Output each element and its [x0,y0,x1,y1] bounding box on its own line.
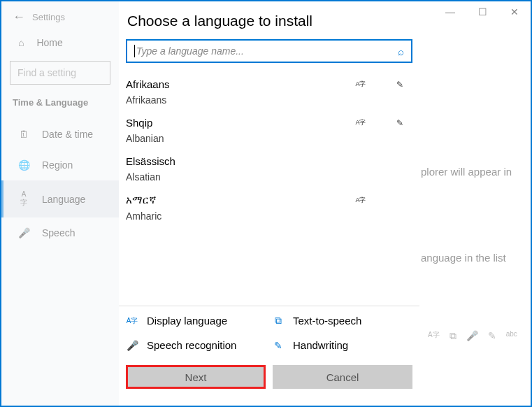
language-item-alsatian[interactable]: Elsässisch Alsatian [126,150,419,188]
language-english-name: Alsatian [126,171,419,183]
legend-tts: ⧉ Text-to-speech [272,315,412,327]
language-item-afrikaans[interactable]: Afrikaans A字 ✎ Afrikaans [126,73,419,111]
handwriting-icon [394,196,405,205]
legend-speech: 🎤 Speech recognition [126,339,266,351]
language-item-albanian[interactable]: Shqip A字 ✎ Albanian [126,111,419,150]
language-english-name: Afrikaans [126,94,419,106]
language-item-amharic[interactable]: አማርኛ A字 Amharic [126,188,419,227]
language-native-name: Shqip [126,117,355,129]
caret [134,45,135,57]
cancel-button[interactable]: Cancel [273,365,412,389]
legend-label: Display language [147,315,227,327]
handwriting-icon: ✎ [272,340,285,351]
handwriting-icon: ✎ [394,80,405,90]
microphone-icon: 🎤 [126,340,138,351]
legend: A字 Display language ⧉ Text-to-speech 🎤 S… [119,306,419,357]
choose-language-dialog: Choose a language to install ⌕ Afrikaans… [119,3,419,394]
handwriting-icon: ✎ [394,118,405,128]
display-language-icon: A字 [355,80,366,90]
language-english-name: Amharic [126,210,419,222]
legend-label: Speech recognition [147,339,236,351]
legend-label: Handwriting [293,339,348,351]
display-language-icon: A字 [126,316,138,326]
next-button[interactable]: Next [126,365,266,389]
language-english-name: Albanian [126,133,419,144]
display-language-icon: A字 [355,196,366,205]
language-native-name: አማርኛ [126,194,355,206]
language-list[interactable]: Afrikaans A字 ✎ Afrikaans Shqip A字 ✎ Alba [126,73,419,306]
language-search-input[interactable] [136,45,398,57]
language-search-box[interactable]: ⌕ [126,39,412,63]
legend-handwriting: ✎ Handwriting [272,339,412,351]
language-native-name: Afrikaans [126,78,355,90]
legend-label: Text-to-speech [293,315,361,327]
language-native-name: Elsässisch [126,155,405,167]
display-language-icon: A字 [355,118,366,128]
settings-window: — ☐ ✕ ← Settings ⌂ Home Find a setting T… [0,0,532,407]
legend-display: A字 Display language [126,315,266,327]
dialog-title: Choose a language to install [119,3,419,39]
search-icon[interactable]: ⌕ [398,45,404,57]
tts-icon: ⧉ [272,315,285,327]
dialog-buttons: Next Cancel [119,357,419,394]
